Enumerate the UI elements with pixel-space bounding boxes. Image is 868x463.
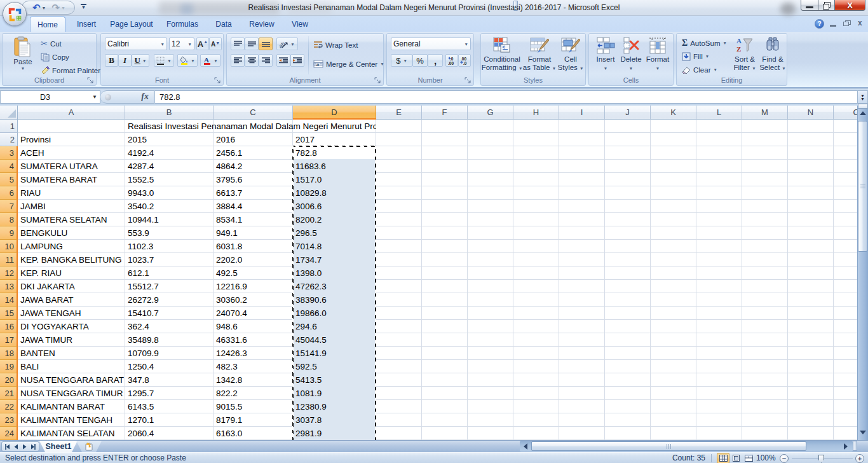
center-button[interactable]	[245, 54, 259, 67]
decrease-decimal-button[interactable]: .00 .0	[458, 54, 471, 67]
cell-D16[interactable]: 294.6	[293, 320, 376, 333]
clipboard-dialog-launcher[interactable]	[87, 77, 94, 84]
column-header-H[interactable]: H	[513, 106, 559, 120]
cell-D15[interactable]: 19866.0	[293, 307, 376, 320]
alignment-dialog-launcher[interactable]	[374, 77, 381, 84]
tab-page-layout[interactable]: Page Layout	[106, 17, 157, 32]
cell-B16[interactable]: 362.4	[125, 320, 214, 333]
cell-A8[interactable]: SUMATERA SELATAN	[18, 213, 125, 226]
cell-B18[interactable]: 10709.9	[125, 347, 214, 360]
cell-C20[interactable]: 1342.8	[214, 373, 293, 387]
cell-A22[interactable]: KALIMANTAN BARAT	[18, 400, 125, 413]
number-dialog-launcher[interactable]	[465, 77, 471, 84]
zoom-slider-handle[interactable]	[818, 455, 824, 463]
cell-A6[interactable]: RIAU	[18, 186, 125, 200]
tab-data[interactable]: Data	[208, 17, 239, 32]
tab-insert[interactable]: Insert	[70, 17, 103, 32]
cell-A4[interactable]: SUMATERA UTARA	[18, 160, 125, 173]
cell-D11[interactable]: 1734.7	[293, 253, 376, 266]
workbook-restore-button[interactable]	[843, 20, 850, 26]
row-header-8[interactable]: 8	[0, 213, 18, 226]
underline-button[interactable]: U ▼	[132, 54, 149, 67]
row-header-6[interactable]: 6	[0, 186, 18, 200]
row-header-9[interactable]: 9	[0, 226, 18, 240]
cell-D23[interactable]: 3037.8	[293, 413, 376, 427]
column-header-O[interactable]: O	[834, 106, 857, 120]
cell-A21[interactable]: NUSA TENGGARA TIMUR	[18, 387, 125, 400]
cell-D4[interactable]: 11683.6	[293, 160, 376, 173]
next-sheet-button[interactable]	[22, 444, 27, 450]
page-layout-view-button[interactable]	[729, 453, 742, 463]
help-button[interactable]: ?	[815, 19, 824, 29]
cell-A23[interactable]: KALIMANTAN TENGAH	[18, 413, 125, 427]
cell-B6[interactable]: 9943.0	[125, 186, 214, 200]
zoom-in-button[interactable]: +	[855, 454, 864, 463]
column-header-G[interactable]: G	[468, 106, 513, 120]
tab-formulas[interactable]: Formulas	[160, 17, 205, 32]
column-header-I[interactable]: I	[559, 106, 605, 120]
row-header-17[interactable]: 17	[0, 333, 18, 347]
cell-C24[interactable]: 6163.0	[214, 427, 293, 440]
column-header-C[interactable]: C	[214, 106, 293, 120]
cell-A14[interactable]: JAWA BARAT	[18, 293, 125, 307]
cell-A15[interactable]: JAWA TENGAH	[18, 307, 125, 320]
top-align-button[interactable]	[231, 38, 245, 50]
scroll-left-arrow-icon[interactable]	[524, 443, 527, 450]
first-sheet-button[interactable]	[4, 444, 10, 450]
decrease-indent-button[interactable]	[276, 54, 290, 67]
cell-C4[interactable]: 4864.2	[214, 160, 293, 173]
column-header-L[interactable]: L	[696, 106, 742, 120]
cell-D7[interactable]: 3006.6	[293, 200, 376, 213]
cell-D13[interactable]: 47262.3	[293, 280, 376, 293]
cell-B12[interactable]: 612.1	[125, 266, 214, 280]
cell-A9[interactable]: BENGKULU	[18, 226, 125, 240]
find-select-button[interactable]: Find &Select ▼	[758, 36, 787, 73]
row-header-5[interactable]: 5	[0, 173, 18, 186]
cell-C14[interactable]: 30360.2	[214, 293, 293, 307]
cell-D17[interactable]: 45044.5	[293, 333, 376, 347]
row-header-7[interactable]: 7	[0, 200, 18, 213]
borders-button[interactable]: ▼	[154, 54, 174, 67]
cell-C6[interactable]: 6613.7	[214, 186, 293, 200]
customize-qat-button[interactable]: ▼	[80, 4, 87, 11]
cell-C5[interactable]: 3795.6	[214, 173, 293, 186]
cell-A10[interactable]: LAMPUNG	[18, 240, 125, 253]
cell-D18[interactable]: 15141.9	[293, 347, 376, 360]
office-button[interactable]	[3, 2, 27, 26]
cell-D2[interactable]: 2017	[293, 133, 376, 146]
delete-cells-button[interactable]: Delete▼	[618, 36, 644, 73]
row-header-23[interactable]: 23	[0, 413, 18, 427]
row-header-13[interactable]: 13	[0, 280, 18, 293]
column-header-J[interactable]: J	[605, 106, 651, 120]
row-header-4[interactable]: 4	[0, 160, 18, 173]
cell-C18[interactable]: 12426.3	[214, 347, 293, 360]
cell-C19[interactable]: 482.3	[214, 360, 293, 373]
sort-filter-button[interactable]: A Z Sort &Filter ▼	[730, 36, 759, 73]
grow-font-button[interactable]: A▲	[196, 38, 209, 50]
font-color-button[interactable]: A ▼	[200, 54, 220, 67]
vertical-split-handle[interactable]	[858, 104, 868, 109]
cell-C8[interactable]: 8534.1	[214, 213, 293, 226]
clear-button[interactable]: Clear ▼	[682, 64, 717, 76]
workbook-minimize-button[interactable]	[830, 25, 836, 27]
format-cells-button[interactable]: Format▼	[644, 36, 672, 73]
cell-styles-button[interactable]: CellStyles ▼	[556, 36, 585, 73]
row-header-12[interactable]: 12	[0, 266, 18, 280]
column-header-B[interactable]: B	[125, 106, 214, 120]
cell-C17[interactable]: 46331.6	[214, 333, 293, 347]
wrap-text-button[interactable]: Wrap Text	[313, 39, 358, 51]
cell-A16[interactable]: DI YOGYAKARTA	[18, 320, 125, 333]
scroll-down-arrow-icon[interactable]	[860, 431, 866, 434]
increase-indent-button[interactable]	[290, 54, 304, 67]
cell-D6[interactable]: 10829.8	[293, 186, 376, 200]
formula-input[interactable]: 782.8	[154, 90, 858, 104]
cell-B17[interactable]: 35489.8	[125, 333, 214, 347]
vertical-scrollbar-thumb[interactable]	[858, 121, 867, 252]
conditional-formatting-button[interactable]: ConditionalFormatting ▼	[482, 36, 522, 73]
previous-sheet-button[interactable]	[13, 444, 19, 450]
redo-dropdown[interactable]: ▼	[61, 6, 65, 10]
cell-B7[interactable]: 3540.2	[125, 200, 214, 213]
scroll-up-arrow-icon[interactable]	[860, 111, 866, 115]
cell-A12[interactable]: KEP. RIAU	[18, 266, 125, 280]
last-sheet-button[interactable]	[31, 444, 36, 450]
